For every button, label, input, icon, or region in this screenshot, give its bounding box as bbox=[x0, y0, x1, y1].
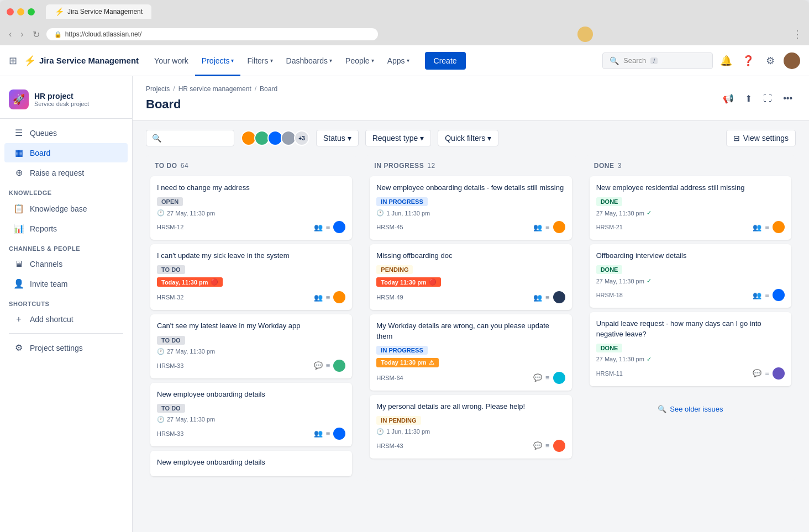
card-icons: 👥 ≡ bbox=[314, 291, 346, 303]
browser-tab[interactable]: ⚡ Jira Service Management bbox=[46, 4, 151, 19]
nav-your-work[interactable]: Your work bbox=[148, 45, 195, 76]
card-hrsm-33a[interactable]: Can't see my latest leave in my Workday … bbox=[150, 314, 352, 378]
card-title: Can't see my latest leave in my Workday … bbox=[157, 321, 345, 331]
more-options-icon[interactable]: ••• bbox=[780, 90, 796, 107]
breadcrumb-hr-service[interactable]: HR service management bbox=[178, 85, 251, 93]
card-hrsm-11[interactable]: Unpaid leave request - how many days can… bbox=[590, 312, 791, 386]
forward-button[interactable]: › bbox=[18, 28, 25, 40]
warning-icon: ⚠ bbox=[429, 359, 434, 366]
search-box[interactable]: 🔍 Search / bbox=[602, 52, 713, 69]
card-footer: HRSM-45 👥 ≡ bbox=[376, 221, 565, 233]
todo-cards: I need to change my address OPEN 🕐 27 Ma… bbox=[146, 176, 356, 481]
avatar-count[interactable]: +3 bbox=[294, 130, 309, 146]
card-hrsm-49[interactable]: Missing offboarding doc PENDING Today 11… bbox=[370, 244, 571, 310]
profile-icon[interactable] bbox=[577, 27, 593, 42]
back-button[interactable]: ‹ bbox=[7, 28, 14, 40]
sidebar-item-invite[interactable]: 👤 Invite team bbox=[4, 274, 128, 293]
card-hrsm-32[interactable]: I can't update my sick leave in the syst… bbox=[150, 244, 352, 310]
card-hrsm-12[interactable]: I need to change my address OPEN 🕐 27 Ma… bbox=[150, 176, 352, 240]
card-badge: OPEN bbox=[157, 197, 183, 206]
project-header: 🚀 HR project Service desk project bbox=[0, 85, 132, 119]
see-older-label: See older issues bbox=[670, 405, 723, 413]
nav-projects[interactable]: Projects ▾ bbox=[195, 45, 241, 76]
overdue-date: Today 11:30 pm 🔴 bbox=[376, 277, 440, 287]
card-hrsm-21[interactable]: New employee residential address still m… bbox=[590, 176, 791, 240]
sidebar-item-raise[interactable]: ⊕ Raise a request bbox=[4, 163, 128, 182]
nav-apps[interactable]: Apps ▾ bbox=[381, 45, 416, 76]
address-bar[interactable]: 🔒 https://cloud.atlassian.net/ bbox=[46, 28, 378, 40]
card-hrsm-18[interactable]: Offboarding interview details DONE 27 Ma… bbox=[590, 244, 791, 308]
card-title: Offboarding interview details bbox=[596, 251, 785, 261]
card-badge: PENDING bbox=[376, 265, 413, 274]
nav-dashboards[interactable]: Dashboards ▾ bbox=[280, 45, 339, 76]
card-id: HRSM-33 bbox=[157, 362, 183, 369]
warning-date: Today 11:30 pm ⚠ bbox=[376, 358, 438, 367]
board-search-input[interactable]: 🔍 bbox=[146, 130, 234, 146]
card-date: 27 May, 11:30 pm ✓ bbox=[596, 209, 785, 217]
card-date: 🕐 1 Jun, 11:30 pm bbox=[376, 209, 565, 217]
card-hrsm-64[interactable]: My Workday details are wrong, can you pl… bbox=[370, 314, 571, 390]
main-content: Projects / HR service management / Board… bbox=[133, 76, 809, 532]
see-older-button[interactable]: 🔍 See older issues bbox=[598, 399, 782, 419]
nav-filters[interactable]: Filters ▾ bbox=[240, 45, 279, 76]
todo-title: TO DO bbox=[155, 162, 177, 170]
app-logo-icon: ⚡ bbox=[24, 55, 36, 67]
assignee-avatar bbox=[333, 360, 345, 372]
card-footer: HRSM-33 💬 ≡ bbox=[157, 360, 345, 372]
view-settings-label: View settings bbox=[743, 134, 789, 143]
request-type-filter[interactable]: Request type ▾ bbox=[365, 130, 432, 146]
user-avatar[interactable] bbox=[784, 52, 800, 69]
notifications-icon[interactable]: 🔔 bbox=[717, 52, 735, 70]
sidebar-item-board[interactable]: ▦ Board bbox=[4, 143, 128, 162]
sidebar-item-reports[interactable]: 📊 Reports bbox=[4, 219, 128, 238]
quick-filters-chevron: ▾ bbox=[487, 134, 491, 143]
priority-icon: ≡ bbox=[765, 369, 769, 377]
assignee-avatar bbox=[333, 291, 345, 303]
sidebar-item-channels[interactable]: 🖥 Channels bbox=[4, 255, 128, 273]
fullscreen-icon[interactable]: ⛶ bbox=[760, 90, 775, 107]
settings-icon[interactable]: ⚙ bbox=[761, 52, 779, 70]
card-icons: 👥 ≡ bbox=[314, 221, 346, 233]
card-hrsm-45[interactable]: New employee onboarding details - few de… bbox=[370, 176, 571, 240]
user-avatars: +3 bbox=[241, 130, 309, 146]
card-badge: DONE bbox=[596, 344, 623, 352]
breadcrumb-board: Board bbox=[260, 85, 277, 93]
done-column: DONE 3 New employee residential address … bbox=[585, 155, 796, 481]
done-count: 3 bbox=[618, 162, 622, 170]
card-hrsm-33b[interactable]: New employee onboarding details TO DO 🕐 … bbox=[150, 383, 352, 446]
app-logo[interactable]: ⚡ Jira Service Management bbox=[24, 55, 139, 67]
maximize-button[interactable] bbox=[28, 8, 35, 15]
browser-more-icon[interactable]: ⋮ bbox=[792, 28, 802, 40]
card-hrsm-43[interactable]: My personal details are all wrong. Pleas… bbox=[370, 395, 571, 459]
view-settings-button[interactable]: ⊟ View settings bbox=[726, 130, 796, 146]
reload-button[interactable]: ↻ bbox=[30, 28, 42, 41]
close-button[interactable] bbox=[7, 8, 14, 15]
create-button[interactable]: Create bbox=[425, 52, 466, 70]
grid-icon[interactable]: ⊞ bbox=[9, 55, 17, 67]
nav-people[interactable]: People ▾ bbox=[339, 45, 381, 76]
board-header-left: Projects / HR service management / Board… bbox=[146, 85, 277, 112]
assignee-avatar bbox=[333, 221, 345, 233]
main-nav: Your work Projects ▾ Filters ▾ Dashboard… bbox=[148, 45, 416, 76]
minimize-button[interactable] bbox=[17, 8, 24, 15]
share-icon[interactable]: ⬆ bbox=[742, 90, 755, 107]
help-icon[interactable]: ❓ bbox=[739, 52, 757, 70]
assignee-avatar bbox=[553, 291, 565, 303]
status-filter[interactable]: Status ▾ bbox=[316, 130, 359, 146]
breadcrumb-projects[interactable]: Projects bbox=[146, 85, 170, 93]
sidebar-item-knowledge-base[interactable]: 📋 Knowledge base bbox=[4, 199, 128, 218]
add-shortcut-icon: + bbox=[13, 314, 24, 324]
card-title: New employee onboarding details - few de… bbox=[376, 183, 565, 193]
lock-icon: 🔒 bbox=[54, 31, 62, 38]
announce-icon[interactable]: 📢 bbox=[719, 90, 737, 107]
card-icons: 👥 ≡ bbox=[753, 221, 785, 233]
sidebar-item-queues[interactable]: ☰ Queues bbox=[4, 123, 128, 143]
card-hrsm-33c[interactable]: New employee onboarding details bbox=[150, 451, 352, 476]
sidebar-item-project-settings[interactable]: ⚙ Project settings bbox=[4, 338, 128, 357]
done-title: DONE bbox=[594, 162, 614, 170]
settings-icon: ⚙ bbox=[13, 343, 24, 353]
sidebar-item-add-shortcut[interactable]: + Add shortcut bbox=[4, 310, 128, 329]
quick-filters[interactable]: Quick filters ▾ bbox=[438, 130, 498, 146]
breadcrumb-sep1: / bbox=[173, 85, 175, 93]
card-footer: HRSM-33 👥 ≡ bbox=[157, 428, 345, 440]
